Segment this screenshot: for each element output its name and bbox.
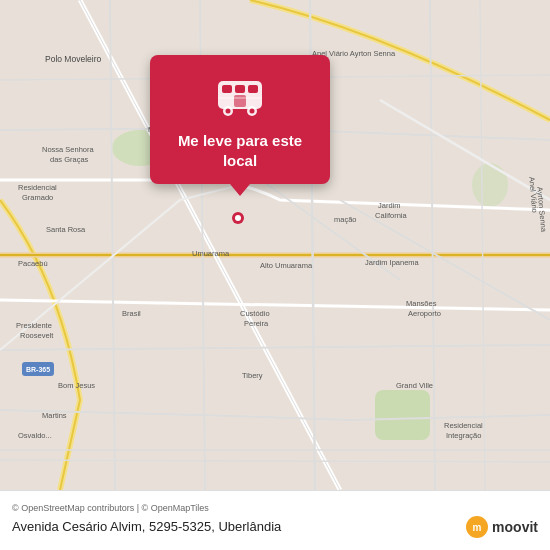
svg-text:Grand Ville: Grand Ville [396, 381, 433, 390]
map-container[interactable]: BR-365 Polo Moveleiro Minas Ge... Nossa … [0, 0, 550, 490]
svg-text:Residencial: Residencial [18, 183, 57, 192]
svg-point-38 [235, 215, 241, 221]
bottom-bar: © OpenStreetMap contributors | © OpenMap… [0, 490, 550, 550]
svg-text:Roosevelt: Roosevelt [20, 331, 54, 340]
svg-text:BR-365: BR-365 [26, 366, 50, 373]
svg-text:Umuarama: Umuarama [192, 249, 230, 258]
svg-rect-42 [248, 85, 258, 93]
svg-point-46 [226, 109, 231, 114]
svg-text:mação: mação [334, 215, 357, 224]
svg-text:Aeroporto: Aeroporto [408, 309, 441, 318]
svg-text:Nossa Senhora: Nossa Senhora [42, 145, 95, 154]
svg-text:Jardim: Jardim [378, 201, 401, 210]
svg-point-3 [472, 163, 508, 207]
svg-rect-41 [235, 85, 245, 93]
svg-rect-40 [222, 85, 232, 93]
svg-text:m: m [473, 522, 482, 533]
svg-text:Jardim Ipanema: Jardim Ipanema [365, 258, 420, 267]
bus-icon-wrapper [212, 73, 268, 121]
location-text: Avenida Cesário Alvim, 5295-5325, Uberlâ… [12, 519, 281, 534]
attribution-text: © OpenStreetMap contributors | © OpenMap… [12, 503, 538, 513]
svg-rect-48 [218, 97, 262, 99]
svg-text:Presidente: Presidente [16, 321, 52, 330]
svg-text:Pereira: Pereira [244, 319, 269, 328]
svg-text:California: California [375, 211, 408, 220]
svg-text:Polo Moveleiro: Polo Moveleiro [45, 54, 101, 64]
svg-text:Brasil: Brasil [122, 309, 141, 318]
svg-rect-2 [375, 390, 430, 440]
svg-text:Tibery: Tibery [242, 371, 263, 380]
moovit-label: moovit [492, 519, 538, 535]
popup-text: Me leve para este local [178, 131, 302, 170]
svg-text:das Graças: das Graças [50, 155, 89, 164]
moovit-logo: m moovit [465, 515, 538, 539]
svg-text:Martins: Martins [42, 411, 67, 420]
svg-text:Osvaldo...: Osvaldo... [18, 431, 52, 440]
svg-text:Residencial: Residencial [444, 421, 483, 430]
svg-point-47 [250, 109, 255, 114]
svg-text:Pacaebú: Pacaebú [18, 259, 48, 268]
svg-text:Integração: Integração [446, 431, 481, 440]
svg-rect-43 [234, 95, 246, 107]
svg-text:Mansões: Mansões [406, 299, 437, 308]
svg-text:Custódio: Custódio [240, 309, 270, 318]
popup-card[interactable]: Me leve para este local [150, 55, 330, 184]
svg-text:Santa Rosa: Santa Rosa [46, 225, 86, 234]
location-row: Avenida Cesário Alvim, 5295-5325, Uberlâ… [12, 515, 538, 539]
svg-text:Bom Jesus: Bom Jesus [58, 381, 95, 390]
svg-text:Alto Umuarama: Alto Umuarama [260, 261, 313, 270]
svg-text:Gramado: Gramado [22, 193, 53, 202]
app: BR-365 Polo Moveleiro Minas Ge... Nossa … [0, 0, 550, 550]
